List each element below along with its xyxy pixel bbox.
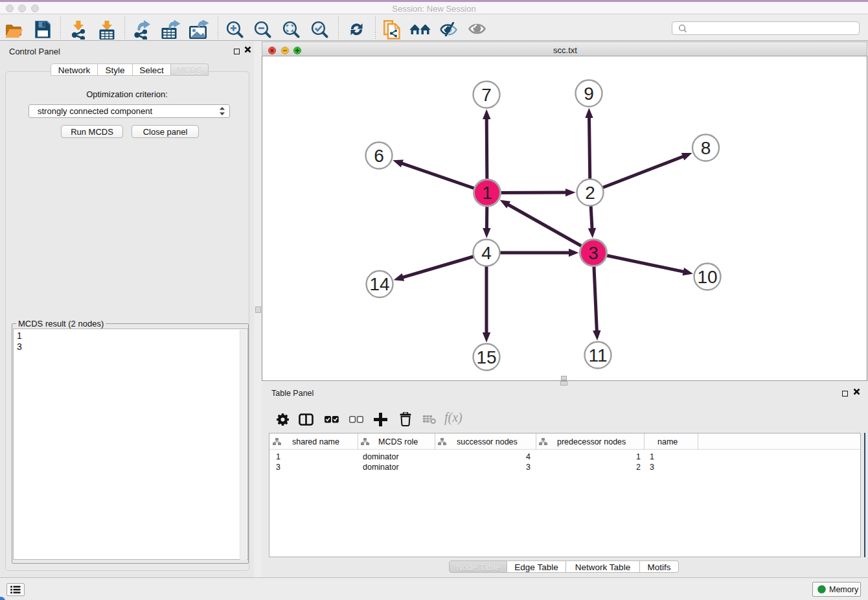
svg-text:3: 3 xyxy=(588,243,599,263)
svg-text:11: 11 xyxy=(588,345,607,365)
svg-text:1: 1 xyxy=(482,183,492,203)
svg-text:8: 8 xyxy=(701,138,711,158)
svg-text:9: 9 xyxy=(584,84,594,104)
svg-text:4: 4 xyxy=(481,243,492,263)
svg-text:10: 10 xyxy=(697,267,717,287)
svg-text:6: 6 xyxy=(374,146,384,166)
svg-text:2: 2 xyxy=(585,183,595,203)
svg-text:7: 7 xyxy=(481,85,492,105)
svg-text:14: 14 xyxy=(369,274,389,294)
svg-text:15: 15 xyxy=(476,347,496,367)
